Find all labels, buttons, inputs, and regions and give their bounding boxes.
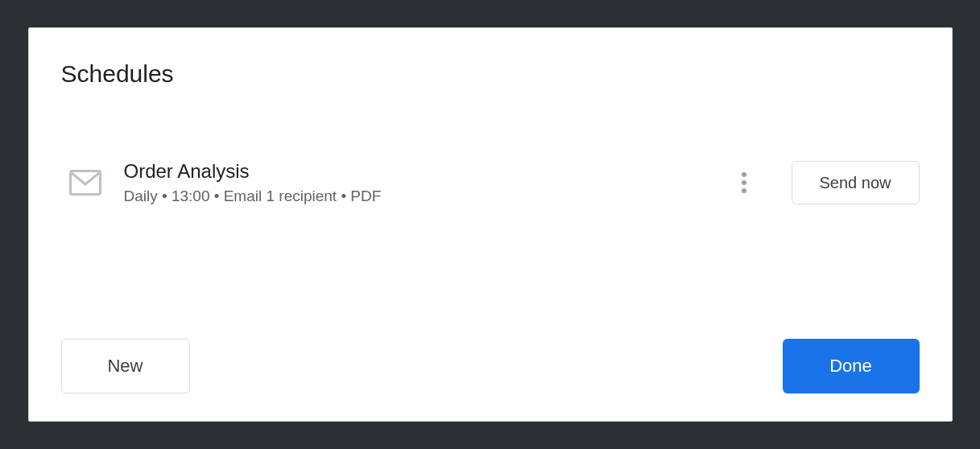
- new-button[interactable]: New: [61, 339, 190, 393]
- schedule-list: Order Analysis Daily • 13:00 • Email 1 r…: [61, 160, 920, 339]
- schedule-text: Order Analysis Daily • 13:00 • Email 1 r…: [124, 160, 705, 205]
- done-button[interactable]: Done: [783, 339, 920, 393]
- svg-point-1: [742, 172, 746, 177]
- dialog-title: Schedules: [61, 60, 920, 88]
- schedule-item: Order Analysis Daily • 13:00 • Email 1 r…: [61, 160, 920, 205]
- mail-icon: [69, 170, 101, 196]
- svg-point-2: [742, 180, 746, 185]
- more-options-button[interactable]: [727, 166, 761, 200]
- svg-point-3: [742, 188, 746, 193]
- more-vert-icon: [742, 172, 746, 193]
- dialog-footer: New Done: [61, 339, 920, 393]
- send-now-button[interactable]: Send now: [792, 161, 920, 204]
- schedules-dialog: Schedules Order Analysis Daily • 13:00 •…: [28, 27, 953, 422]
- schedule-detail: Daily • 13:00 • Email 1 recipient • PDF: [124, 187, 705, 205]
- schedule-name: Order Analysis: [124, 160, 705, 183]
